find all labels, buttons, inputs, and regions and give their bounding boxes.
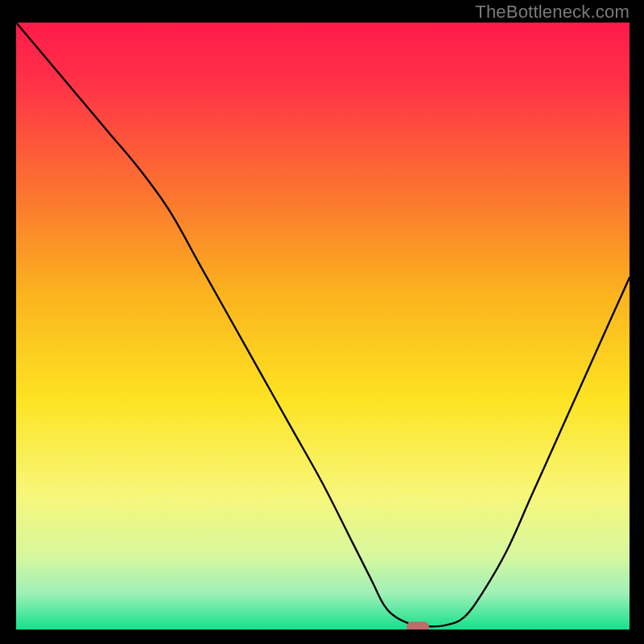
watermark-text: TheBottleneck.com (475, 2, 630, 23)
chart-background (16, 23, 630, 630)
chart-plot-area (16, 23, 630, 630)
chart-svg (16, 23, 630, 630)
chart-frame: TheBottleneck.com (0, 0, 644, 644)
optimal-marker (407, 621, 429, 630)
